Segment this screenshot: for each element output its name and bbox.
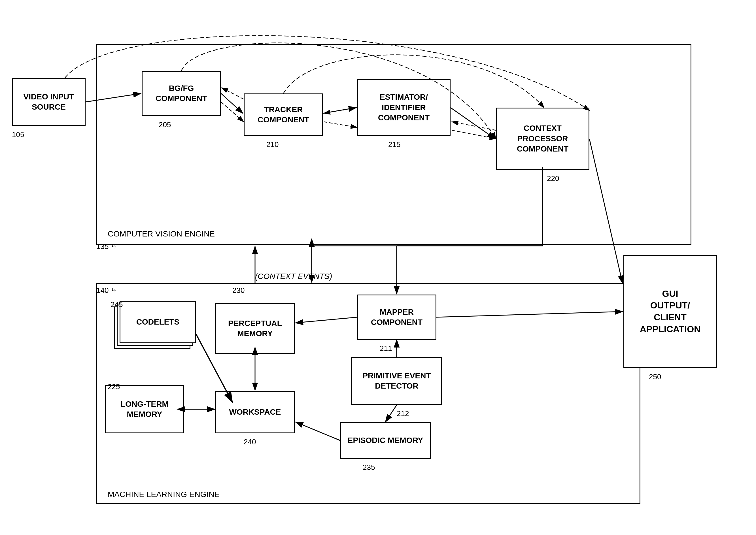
diagram: COMPUTER VISION ENGINE MACHINE LEARNING …: [0, 0, 756, 535]
mapper-box: MAPPERCOMPONENT: [357, 295, 436, 340]
perceptual-memory-box: PERCEPTUALMEMORY: [215, 303, 295, 354]
workspace-box: WORKSPACE: [215, 391, 295, 433]
ref-250: 250: [649, 373, 661, 381]
video-input-box: VIDEO INPUTSOURCE: [12, 78, 86, 126]
estimator-box: ESTIMATOR/IDENTIFIERCOMPONENT: [357, 79, 451, 136]
ref-230: 230: [232, 286, 245, 295]
codelets-box: CODELETS: [120, 301, 196, 343]
ref-140: 140 ⤷: [96, 286, 117, 295]
tracker-box: TRACKERCOMPONENT: [244, 94, 323, 136]
ref-211: 211: [380, 344, 392, 353]
ref-245: 245: [110, 300, 123, 309]
context-processor-box: CONTEXTPROCESSORCOMPONENT: [496, 108, 589, 170]
ref-135: 135 ⤷: [96, 242, 117, 251]
gui-output-box: GUIOUTPUT/CLIENTAPPLICATION: [624, 255, 717, 368]
machine-learning-label: MACHINE LEARNING ENGINE: [108, 490, 219, 499]
ref-205: 205: [159, 120, 171, 129]
long-term-memory-box: LONG-TERMMEMORY: [105, 385, 184, 433]
ref-215: 215: [388, 140, 400, 149]
primitive-event-box: PRIMITIVE EVENTDETECTOR: [351, 357, 442, 405]
ref-240: 240: [244, 437, 256, 446]
ref-212: 212: [397, 409, 409, 418]
ref-235: 235: [363, 463, 375, 472]
context-events-label: (CONTEXT EVENTS): [255, 272, 332, 281]
computer-vision-label: COMPUTER VISION ENGINE: [108, 229, 215, 239]
ref-105: 105: [12, 130, 24, 139]
ref-210: 210: [266, 140, 278, 149]
ref-225: 225: [108, 382, 120, 391]
episodic-memory-box: EPISODIC MEMORY: [340, 422, 431, 459]
bg-fg-box: BG/FGCOMPONENT: [142, 71, 221, 116]
ref-220: 220: [547, 174, 559, 183]
